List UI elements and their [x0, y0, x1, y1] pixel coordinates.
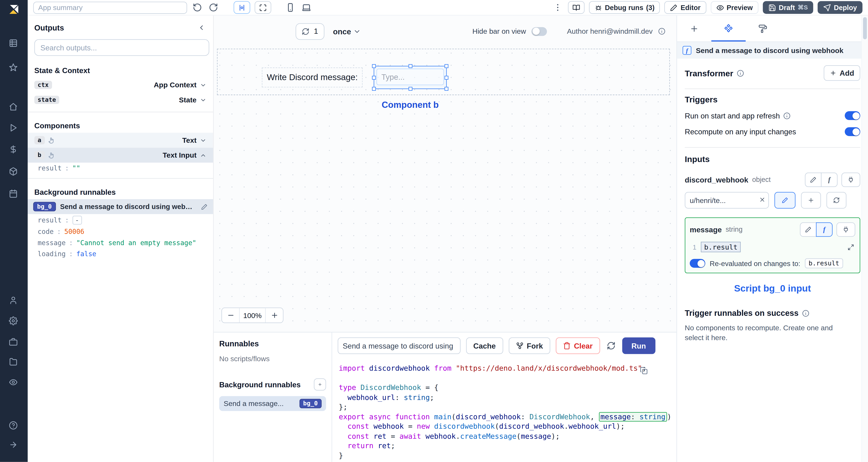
zoom-out-button[interactable]: [222, 308, 240, 323]
connect-input-button[interactable]: [841, 173, 860, 187]
tab-styling[interactable]: [746, 15, 780, 41]
code-line: const ret = await webhook.createMessage(…: [339, 431, 677, 441]
hand-pointer-icon[interactable]: [48, 137, 55, 144]
center-align-button[interactable]: [234, 1, 250, 14]
resources-cube-icon[interactable]: [9, 167, 19, 177]
expression-mode-button[interactable]: f: [816, 223, 833, 237]
tab-component-settings[interactable]: [711, 15, 746, 41]
info-icon: [737, 69, 744, 77]
refresh-resource-button[interactable]: [827, 192, 846, 209]
help-icon[interactable]: [9, 421, 19, 431]
reevaluate-toggle[interactable]: [690, 259, 705, 268]
clear-button[interactable]: Clear: [556, 337, 600, 354]
schedules-calendar-icon[interactable]: [9, 189, 19, 199]
desktop-view-button[interactable]: [301, 2, 312, 13]
search-outputs-input[interactable]: [34, 39, 209, 56]
zoom-in-button[interactable]: [265, 308, 283, 323]
fullscreen-button[interactable]: [255, 1, 271, 14]
resize-handle[interactable]: [444, 75, 448, 79]
more-menu-button[interactable]: [552, 2, 563, 13]
expand-expression-button[interactable]: [846, 242, 855, 252]
tab-insert-component[interactable]: [677, 15, 711, 41]
redo-button[interactable]: [208, 2, 219, 13]
workers-briefcase-icon[interactable]: [9, 337, 19, 348]
bg0-row[interactable]: bg_0 Send a message to discord using web…: [28, 199, 213, 214]
smartphone-icon: [286, 3, 295, 12]
resize-handle[interactable]: [408, 64, 412, 68]
discord-webhook-input-block: discord_webhook object f: [685, 173, 860, 209]
favorites-star-icon[interactable]: [9, 63, 19, 73]
variables-dollar-icon[interactable]: [9, 145, 19, 155]
copy-code-button[interactable]: [640, 367, 648, 375]
scrollbar-thumb[interactable]: [863, 17, 867, 39]
app-canvas[interactable]: Write Discord message: Component b: [214, 47, 676, 332]
run-button[interactable]: Run: [622, 337, 655, 354]
script-name-input[interactable]: [338, 337, 461, 354]
code-editor[interactable]: import discordwebhook from "https://deno…: [332, 359, 677, 462]
component-a-row[interactable]: a Text: [28, 133, 213, 147]
audit-eye-icon[interactable]: [9, 378, 19, 388]
resize-handle[interactable]: [372, 75, 376, 79]
component-b-row[interactable]: b Text Input: [28, 148, 213, 163]
runs-play-icon[interactable]: [9, 123, 19, 133]
schedule-select[interactable]: once: [333, 27, 361, 36]
deploy-button[interactable]: Deploy: [818, 1, 862, 14]
add-transformer-button[interactable]: Add: [824, 65, 860, 81]
selected-text-input-component[interactable]: [374, 66, 447, 89]
expression-mode-button[interactable]: f: [821, 173, 838, 187]
state-row[interactable]: state State: [28, 92, 213, 107]
resize-handle[interactable]: [372, 64, 376, 68]
create-resource-button[interactable]: [801, 192, 821, 209]
reevaluate-target-badge[interactable]: b.result: [805, 258, 843, 268]
kebab-menu-icon: [553, 3, 562, 12]
resize-handle[interactable]: [372, 87, 376, 91]
cache-button[interactable]: Cache: [466, 337, 503, 354]
text-component-value: Write Discord message:: [267, 72, 358, 82]
cache-label: Cache: [473, 341, 496, 350]
undo-button[interactable]: [191, 2, 203, 13]
edit-bg0-pencil-icon[interactable]: [201, 203, 208, 210]
text-component-a[interactable]: Write Discord message:: [262, 67, 363, 87]
preview-tab-button[interactable]: Preview: [711, 1, 758, 14]
text-input-b[interactable]: [376, 69, 444, 85]
apps-grid-icon[interactable]: [9, 39, 19, 49]
resize-handle[interactable]: [408, 87, 412, 91]
author-label: Author henri@windmill.dev: [567, 27, 653, 35]
hide-bar-toggle[interactable]: [531, 27, 547, 36]
refresh-count-button[interactable]: 1: [296, 23, 324, 39]
run-on-start-toggle[interactable]: [845, 111, 860, 120]
resize-handle[interactable]: [444, 87, 448, 91]
connect-input-button[interactable]: [836, 223, 855, 237]
hand-pointer-icon[interactable]: [48, 152, 55, 159]
panel-scrollbar[interactable]: [861, 15, 868, 462]
docs-button[interactable]: [568, 1, 585, 14]
recompute-toggle[interactable]: [845, 127, 860, 136]
settings-gear-icon[interactable]: [9, 317, 19, 327]
mobile-view-button[interactable]: [284, 2, 296, 13]
draft-button[interactable]: Draft ⌘S: [763, 1, 813, 14]
expand-sidebar-arrow-icon[interactable]: [9, 440, 19, 450]
app-summary-input[interactable]: [33, 1, 187, 14]
ctx-row[interactable]: ctx App Context: [28, 77, 213, 92]
folders-icon[interactable]: [9, 357, 19, 367]
resize-handle[interactable]: [444, 64, 448, 68]
static-mode-button[interactable]: [805, 173, 822, 187]
clear-resource-icon[interactable]: [759, 196, 766, 203]
bg0-runnable-item[interactable]: Send a message... bg_0: [219, 396, 326, 411]
debug-runs-button[interactable]: Debug runs (3): [589, 1, 660, 14]
bg0-item-label: Send a message...: [224, 399, 284, 407]
add-background-runnable-button[interactable]: [314, 378, 326, 391]
resource-picker-input[interactable]: [685, 192, 769, 209]
expression-value[interactable]: b.result: [701, 242, 741, 252]
grid-row-container[interactable]: Write Discord message: Component b: [217, 48, 670, 95]
home-icon[interactable]: [9, 102, 19, 112]
edit-resource-button[interactable]: [774, 192, 796, 209]
refresh-script-button[interactable]: [606, 340, 616, 351]
collapse-panel-button[interactable]: [196, 23, 207, 33]
windmill-logo[interactable]: [7, 3, 21, 16]
editor-tab-button[interactable]: Editor: [664, 1, 706, 14]
static-mode-button[interactable]: [800, 223, 816, 237]
user-icon[interactable]: [9, 296, 19, 306]
code-line: }: [339, 451, 677, 460]
fork-button[interactable]: Fork: [508, 337, 550, 354]
